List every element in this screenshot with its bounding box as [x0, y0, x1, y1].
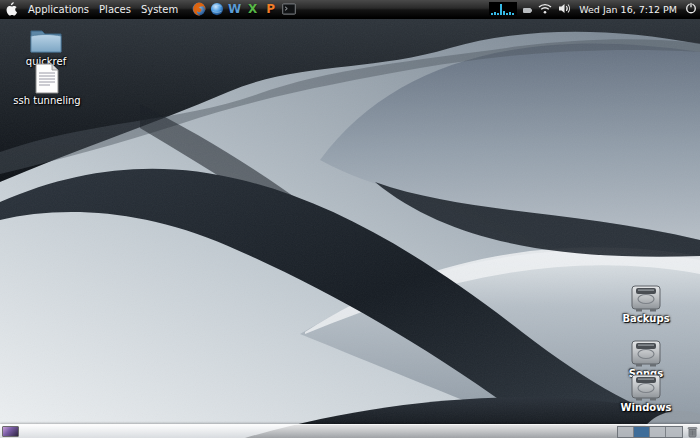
- wifi-icon[interactable]: [538, 3, 552, 16]
- workspace-switcher: [617, 426, 683, 438]
- bottom-panel-right: [617, 426, 698, 438]
- wallpaper-image: [0, 0, 700, 438]
- workspace-4[interactable]: [666, 427, 682, 437]
- clock[interactable]: Wed Jan 16, 7:12 PM: [577, 4, 679, 15]
- workspace-1[interactable]: [618, 427, 634, 437]
- hard-drive-icon: [630, 285, 662, 312]
- excel-launcher-icon[interactable]: X: [245, 2, 260, 17]
- desktop-icon-ssh-tunneling[interactable]: ssh tunneling: [9, 63, 85, 106]
- system-monitor-applet[interactable]: [489, 2, 517, 17]
- desktop-icon-quickref[interactable]: quickref: [8, 25, 84, 67]
- terminal-icon[interactable]: [281, 2, 296, 17]
- screen: quickref ssh tunneling: [0, 0, 700, 438]
- bottom-panel: [0, 424, 700, 438]
- battery-icon[interactable]: [523, 4, 532, 15]
- desktop-icon-backups[interactable]: Backups: [608, 285, 684, 324]
- icon-label: ssh tunneling: [13, 95, 80, 106]
- desktop-icon-windows[interactable]: Windows: [608, 374, 684, 413]
- word-launcher-icon[interactable]: W: [227, 2, 242, 17]
- firefox-icon[interactable]: [191, 2, 206, 17]
- workspace-2[interactable]: [634, 427, 650, 437]
- text-document-icon: [34, 63, 60, 94]
- workspace-3[interactable]: [650, 427, 666, 437]
- trash-icon[interactable]: [687, 426, 698, 438]
- volume-icon[interactable]: [558, 3, 571, 16]
- launcher-bar: W X P: [191, 2, 296, 17]
- apple-logo-icon[interactable]: [5, 2, 17, 16]
- web-browser-globe-icon[interactable]: [209, 2, 224, 17]
- show-desktop-button[interactable]: [2, 426, 19, 437]
- folder-icon: [28, 25, 64, 55]
- hard-drive-icon: [630, 340, 662, 367]
- icon-label: Backups: [622, 313, 669, 324]
- hard-drive-icon: [630, 374, 662, 401]
- power-button-icon[interactable]: [685, 2, 697, 16]
- powerpoint-launcher-icon[interactable]: P: [263, 2, 278, 17]
- icon-label: Windows: [621, 402, 672, 413]
- menu-system[interactable]: System: [136, 3, 183, 16]
- desktop-surface[interactable]: quickref ssh tunneling: [0, 0, 700, 438]
- system-tray: Wed Jan 16, 7:12 PM: [489, 2, 697, 17]
- menu-places[interactable]: Places: [94, 3, 136, 16]
- menu-applications[interactable]: Applications: [23, 3, 94, 16]
- top-panel: Applications Places System: [0, 0, 700, 19]
